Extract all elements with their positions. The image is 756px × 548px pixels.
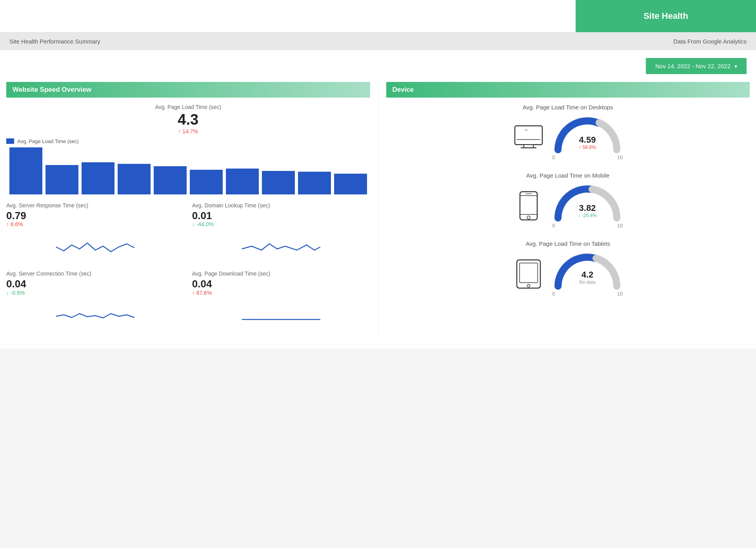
legend-label: Avg. Page Load Time (sec) bbox=[17, 138, 79, 144]
desktop-min-label: 0 bbox=[552, 154, 555, 160]
server-connection-change: ↓ -0.6% bbox=[6, 290, 184, 296]
mobile-max-label: 10 bbox=[617, 223, 623, 229]
device-header: Device bbox=[386, 82, 750, 98]
mobile-min-label: 0 bbox=[552, 223, 555, 229]
svg-text:↑ 58.8%: ↑ 58.8% bbox=[579, 145, 596, 150]
avg-page-load-title: Avg. Page Load Time (sec) bbox=[6, 104, 370, 110]
desktop-gauge-labels: 0 10 bbox=[552, 154, 623, 160]
bar-chart-area: Avg. Page Load Time (sec) bbox=[6, 138, 370, 194]
site-health-button[interactable]: Site Health bbox=[576, 0, 756, 32]
page-download-change: ↑ 67.6% bbox=[192, 290, 370, 296]
desktop-gauge-section: Avg. Page Load Time on Desktops bbox=[386, 104, 750, 160]
bar-item bbox=[334, 174, 367, 194]
tablet-min-label: 0 bbox=[552, 291, 555, 297]
website-speed-header: Website Speed Overview bbox=[6, 82, 370, 98]
svg-point-17 bbox=[527, 284, 530, 287]
header-bar: Site Health bbox=[0, 0, 756, 33]
bar-item bbox=[9, 147, 42, 194]
tablet-gauge-title: Avg. Page Load Time on Tablets bbox=[386, 240, 750, 247]
tablet-gauge-row: 4.2 No data 0 10 bbox=[386, 251, 750, 297]
tablet-icon bbox=[513, 258, 544, 290]
page-download-sparkline bbox=[192, 304, 370, 327]
left-panel: Website Speed Overview Avg. Page Load Ti… bbox=[6, 82, 378, 339]
date-range-button[interactable]: Nov 14, 2022 - Nov 22, 2022 ▾ bbox=[646, 58, 747, 74]
server-response-change: ↑ 6.6% bbox=[6, 221, 184, 227]
server-response-box: Avg. Server Response Time (sec) 0.79 ↑ 6… bbox=[6, 202, 184, 232]
sparklines-row-2 bbox=[6, 304, 370, 335]
mobile-gauge-title: Avg. Page Load Time on Mobile bbox=[386, 172, 750, 179]
bar-item bbox=[118, 164, 151, 194]
desktop-gauge-title: Avg. Page Load Time on Desktops bbox=[386, 104, 750, 111]
right-panel: Device Avg. Page Load Time on Desktops bbox=[378, 82, 750, 339]
sparklines-row-1 bbox=[6, 235, 370, 267]
desktop-icon bbox=[513, 124, 544, 151]
server-connection-sparkline bbox=[6, 304, 184, 327]
svg-text:4.59: 4.59 bbox=[579, 135, 596, 145]
subtitle: Site Health Performance Summary bbox=[9, 38, 100, 45]
domain-lookup-sparkline bbox=[192, 235, 370, 259]
desktop-gauge-row: 4.59 ↑ 58.8% 0 10 bbox=[386, 114, 750, 160]
svg-text:4.2: 4.2 bbox=[582, 270, 594, 279]
bar-item bbox=[262, 171, 295, 194]
page-download-title: Avg. Page Download Time (sec) bbox=[192, 270, 370, 277]
svg-rect-1 bbox=[515, 126, 542, 145]
svg-rect-5 bbox=[525, 130, 528, 131]
mobile-gauge-section: Avg. Page Load Time on Mobile bbox=[386, 172, 750, 229]
bar-item bbox=[45, 165, 78, 194]
bar-item bbox=[226, 169, 259, 194]
avg-page-load-change: ↑ 14.7% bbox=[6, 128, 370, 134]
svg-point-11 bbox=[527, 216, 530, 219]
svg-text:↓ -25.4%: ↓ -25.4% bbox=[578, 213, 597, 218]
svg-text:No data: No data bbox=[579, 279, 596, 285]
bar-item bbox=[298, 172, 331, 194]
svg-rect-16 bbox=[520, 263, 538, 283]
bar-legend: Avg. Page Load Time (sec) bbox=[6, 138, 370, 144]
domain-lookup-value: 0.01 bbox=[192, 210, 370, 221]
page-download-value: 0.04 bbox=[192, 278, 370, 290]
chevron-down-icon: ▾ bbox=[734, 63, 737, 69]
server-connection-title: Avg. Server Connection Time (sec) bbox=[6, 270, 184, 277]
mobile-icon bbox=[513, 190, 544, 221]
desktop-max-label: 10 bbox=[617, 154, 623, 160]
mobile-gauge-row: 3.82 ↓ -25.4% 0 10 bbox=[386, 183, 750, 229]
server-connection-box: Avg. Server Connection Time (sec) 0.04 ↓… bbox=[6, 270, 184, 300]
mobile-gauge-labels: 0 10 bbox=[552, 223, 623, 229]
server-response-title: Avg. Server Response Time (sec) bbox=[6, 202, 184, 209]
data-source: Data From Google Analytics bbox=[673, 38, 747, 45]
bar-item bbox=[154, 166, 187, 194]
tablet-gauge-labels: 0 10 bbox=[552, 291, 623, 297]
date-row: Nov 14, 2022 - Nov 22, 2022 ▾ bbox=[0, 50, 756, 82]
server-response-sparkline bbox=[6, 235, 184, 259]
metrics-row-1: Avg. Server Response Time (sec) 0.79 ↑ 6… bbox=[6, 202, 370, 232]
svg-text:3.82: 3.82 bbox=[579, 203, 596, 213]
domain-lookup-box: Avg. Domain Lookup Time (sec) 0.01 ↓ -44… bbox=[192, 202, 370, 232]
bar-item bbox=[82, 162, 114, 194]
sub-header: Site Health Performance Summary Data Fro… bbox=[0, 33, 756, 50]
tablet-max-label: 10 bbox=[617, 291, 623, 297]
avg-page-load-value: 4.3 bbox=[6, 112, 370, 128]
date-range-label: Nov 14, 2022 - Nov 22, 2022 bbox=[655, 63, 731, 69]
legend-box bbox=[6, 138, 14, 144]
bar-item bbox=[190, 170, 223, 194]
svg-rect-8 bbox=[520, 192, 537, 220]
domain-lookup-title: Avg. Domain Lookup Time (sec) bbox=[192, 202, 370, 209]
main-content: Website Speed Overview Avg. Page Load Ti… bbox=[0, 82, 756, 348]
svg-rect-12 bbox=[525, 193, 532, 194]
avg-page-load-section: Avg. Page Load Time (sec) 4.3 ↑ 14.7% bbox=[6, 104, 370, 134]
page-download-box: Avg. Page Download Time (sec) 0.04 ↑ 67.… bbox=[192, 270, 370, 300]
tablet-gauge-section: Avg. Page Load Time on Tablets bbox=[386, 240, 750, 297]
metrics-row-2: Avg. Server Connection Time (sec) 0.04 ↓… bbox=[6, 270, 370, 300]
domain-lookup-change: ↓ -44.0% bbox=[192, 221, 370, 227]
server-response-value: 0.79 bbox=[6, 210, 184, 221]
server-connection-value: 0.04 bbox=[6, 278, 184, 290]
bar-chart bbox=[6, 147, 370, 194]
